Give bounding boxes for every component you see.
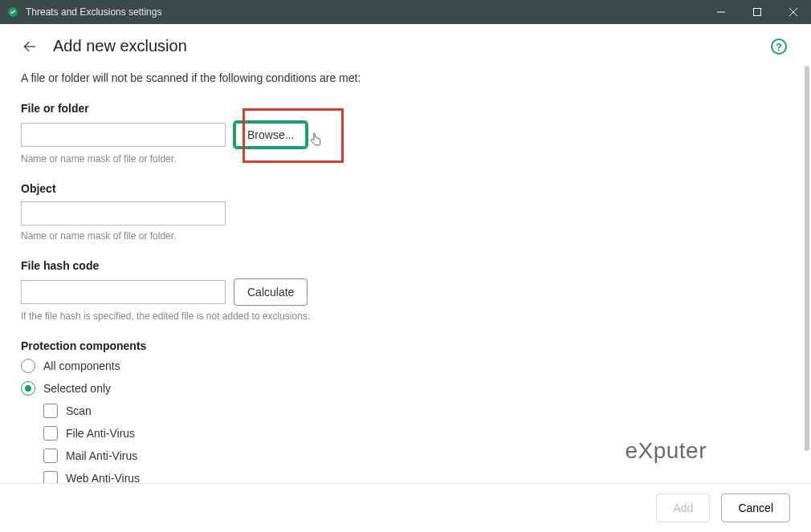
window-titlebar: Threats and Exclusions settings [0,0,811,24]
file-or-folder-label: File or folder [21,102,790,115]
radio-selected-label: Selected only [43,382,111,395]
svg-rect-2 [753,9,760,16]
object-label: Object [21,182,790,195]
cancel-button[interactable]: Cancel [721,493,790,522]
scrollbar[interactable] [805,66,809,499]
object-input[interactable] [21,201,226,225]
intro-text: A file or folder will not be scanned if … [21,71,790,84]
file-hash-section: File hash code Calculate If the file has… [21,259,790,322]
checkbox-icon [43,449,58,463]
help-button[interactable]: ? [771,39,787,55]
app-shield-icon [6,6,19,18]
file-or-folder-input[interactable] [21,123,226,147]
page-title: Add new exclusion [53,37,187,55]
window-minimize-button[interactable] [703,0,739,24]
checkbox-icon [43,471,58,483]
page-header: Add new exclusion ? [0,24,811,63]
checkbox-icon [43,404,58,418]
checkbox-label: Mail Anti-Virus [66,449,137,462]
file-or-folder-section: File or folder Browse... Name or name ma… [21,102,790,164]
checkbox-label: Scan [66,404,92,417]
protection-components-label: Protection components [21,339,790,352]
checkbox-label: Web Anti-Virus [66,472,140,483]
object-hint: Name or name mask of file or folder. [21,230,790,242]
checkbox-mail-anti-virus[interactable]: Mail Anti-Virus [43,449,790,463]
window-maximize-button[interactable] [739,0,775,24]
form-scroll-area[interactable]: A file or folder will not be scanned if … [0,63,811,483]
cursor-pointer-icon [308,132,323,148]
checkbox-web-anti-virus[interactable]: Web Anti-Virus [43,471,790,483]
object-section: Object Name or name mask of file or fold… [21,182,790,242]
file-hash-hint: If the file hash is specified, the edite… [21,311,790,322]
file-or-folder-hint: Name or name mask of file or folder. [21,153,790,164]
browse-button[interactable]: Browse... [234,121,308,148]
file-hash-label: File hash code [21,259,790,272]
back-button[interactable] [21,38,39,55]
radio-all-label: All components [43,359,120,372]
add-button[interactable]: Add [656,493,710,522]
window-title: Threats and Exclusions settings [26,6,161,18]
protection-components-section: Protection components All components Sel… [21,339,790,483]
file-hash-input[interactable] [21,280,226,304]
checkbox-file-anti-virus[interactable]: File Anti-Virus [43,426,790,441]
calculate-button[interactable]: Calculate [234,278,308,306]
components-list: Scan File Anti-Virus Mail Anti-Virus Web… [43,404,790,483]
radio-icon [21,381,35,396]
checkbox-scan[interactable]: Scan [43,404,790,418]
window-close-button[interactable] [775,0,811,24]
radio-icon [21,359,35,373]
checkbox-icon [43,426,58,441]
checkbox-label: File Anti-Virus [66,427,135,440]
footer-bar: Add Cancel [0,483,811,532]
radio-all-components[interactable]: All components [21,359,790,373]
content-wrap: Add new exclusion ? A file or folder wil… [0,24,811,532]
radio-selected-only[interactable]: Selected only [21,381,790,396]
